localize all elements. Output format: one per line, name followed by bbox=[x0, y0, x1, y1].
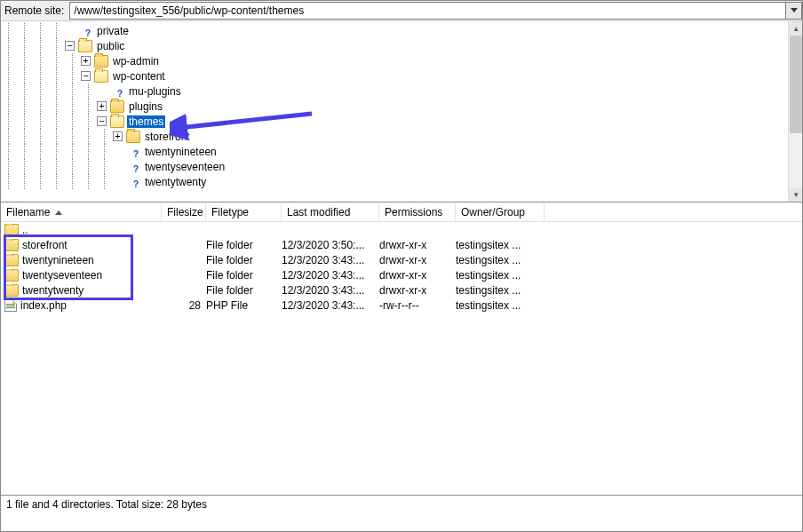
tree-item-label: plugins bbox=[127, 100, 164, 113]
file-owner-label: testingsitex ... bbox=[456, 239, 545, 251]
file-name-label: twentyseventeen bbox=[22, 269, 102, 282]
scroll-down-button[interactable]: ▾ bbox=[789, 187, 802, 202]
remote-site-bar: Remote site: bbox=[1, 1, 802, 21]
sort-ascending-icon bbox=[55, 210, 62, 215]
file-type-label: File folder bbox=[206, 239, 282, 251]
col-header-filesize[interactable]: Filesize bbox=[162, 203, 206, 221]
tree-item-label: themes bbox=[127, 115, 165, 128]
tree-item-wp-content[interactable]: wp-content bbox=[1, 68, 788, 83]
tree-scrollbar[interactable]: ▴ ▾ bbox=[788, 21, 802, 202]
remote-path-dropdown[interactable] bbox=[786, 2, 802, 20]
tree-item-twentyseventeen[interactable]: twentyseventeen bbox=[1, 159, 788, 174]
folder-icon bbox=[4, 269, 19, 282]
col-header-modified[interactable]: Last modified bbox=[282, 203, 379, 221]
file-type-label: PHP File bbox=[206, 299, 282, 312]
file-name-label: storefront bbox=[22, 239, 68, 251]
file-list-pane: Filename Filesize Filetype Last modified… bbox=[1, 202, 802, 513]
chevron-down-icon bbox=[791, 8, 798, 13]
file-perm-label: drwxr-xr-x bbox=[379, 239, 456, 251]
php-file-icon bbox=[4, 299, 17, 312]
list-header: Filename Filesize Filetype Last modified… bbox=[1, 202, 802, 222]
col-header-filetype[interactable]: Filetype bbox=[206, 203, 282, 221]
file-perm-label: drwxr-xr-x bbox=[379, 284, 456, 297]
file-mod-label: 12/3/2020 3:50:... bbox=[282, 239, 379, 251]
scroll-up-button[interactable]: ▴ bbox=[789, 21, 802, 36]
file-mod-label: 12/3/2020 3:43:... bbox=[282, 269, 379, 282]
scroll-thumb[interactable] bbox=[790, 36, 802, 133]
tree-item-twentynineteen[interactable]: twentynineteen bbox=[1, 144, 788, 159]
file-type-label: File folder bbox=[206, 254, 282, 266]
expand-toggle[interactable] bbox=[81, 56, 91, 66]
folder-unknown-icon bbox=[78, 25, 92, 37]
folder-unknown-icon bbox=[110, 85, 124, 98]
file-owner-label: testingsitex ... bbox=[456, 254, 545, 266]
folder-open-icon bbox=[78, 40, 92, 52]
list-item-twentyseventeen[interactable]: twentyseventeenFile folder12/3/2020 3:43… bbox=[1, 267, 802, 282]
folder-open-icon bbox=[110, 115, 124, 128]
file-owner-label: testingsitex ... bbox=[456, 299, 545, 312]
file-owner-label: testingsitex ... bbox=[456, 284, 545, 297]
file-name-label: twentytwenty bbox=[22, 284, 83, 297]
tree-item-storefront[interactable]: storefront bbox=[1, 129, 788, 144]
collapse-toggle[interactable] bbox=[97, 116, 107, 126]
tree-spacer bbox=[97, 86, 107, 96]
folder-unknown-icon bbox=[126, 146, 140, 158]
file-list[interactable]: ..storefrontFile folder12/3/2020 3:50:..… bbox=[1, 222, 802, 495]
list-item-index-php[interactable]: index.php28PHP File12/3/2020 3:43:...-rw… bbox=[1, 298, 802, 313]
expand-toggle[interactable] bbox=[97, 101, 107, 111]
collapse-toggle[interactable] bbox=[81, 71, 91, 81]
tree-item-label: twentytwenty bbox=[143, 176, 208, 188]
folder-icon bbox=[126, 131, 140, 143]
tree-item-wp-admin[interactable]: wp-admin bbox=[1, 53, 788, 68]
tree-item-twentytwenty[interactable]: twentytwenty bbox=[1, 174, 788, 189]
tree-item-label: wp-admin bbox=[111, 55, 161, 67]
folder-icon bbox=[4, 224, 19, 236]
tree-item-label: private bbox=[95, 25, 131, 37]
tree-spacer bbox=[113, 162, 123, 171]
tree-item-label: twentyseventeen bbox=[143, 161, 227, 173]
folder-unknown-icon bbox=[126, 176, 140, 188]
tree-item-label: wp-content bbox=[111, 70, 167, 83]
remote-tree-pane: privatepublicwp-adminwp-contentmu-plugin… bbox=[1, 21, 802, 202]
remote-site-label: Remote site: bbox=[1, 4, 69, 17]
file-size-label: 28 bbox=[162, 299, 206, 312]
col-header-permissions[interactable]: Permissions bbox=[379, 203, 456, 221]
remote-path-input[interactable] bbox=[69, 2, 786, 20]
tree-item-plugins[interactable]: plugins bbox=[1, 99, 788, 114]
tree-item-label: mu-plugins bbox=[127, 85, 183, 98]
list-item-twentynineteen[interactable]: twentynineteenFile folder12/3/2020 3:43:… bbox=[1, 252, 802, 267]
tree-item-private[interactable]: private bbox=[1, 23, 788, 38]
list-item-parent[interactable]: .. bbox=[1, 222, 802, 237]
expand-toggle[interactable] bbox=[113, 131, 123, 141]
file-mod-label: 12/3/2020 3:43:... bbox=[282, 254, 379, 266]
collapse-toggle[interactable] bbox=[65, 41, 75, 51]
file-owner-label: testingsitex ... bbox=[456, 269, 545, 282]
file-name-label: twentynineteen bbox=[22, 254, 94, 266]
file-type-label: File folder bbox=[206, 284, 282, 297]
tree-item-mu-plugins[interactable]: mu-plugins bbox=[1, 83, 788, 99]
tree-item-label: public bbox=[95, 40, 126, 52]
list-item-storefront[interactable]: storefrontFile folder12/3/2020 3:50:...d… bbox=[1, 237, 802, 252]
col-header-filename[interactable]: Filename bbox=[1, 203, 162, 221]
list-item-twentytwenty[interactable]: twentytwentyFile folder12/3/2020 3:43:..… bbox=[1, 282, 802, 298]
tree-item-public[interactable]: public bbox=[1, 38, 788, 53]
folder-icon bbox=[94, 55, 108, 67]
tree-spacer bbox=[113, 177, 123, 187]
folder-icon bbox=[4, 239, 19, 251]
col-header-owner[interactable]: Owner/Group bbox=[456, 203, 545, 221]
file-perm-label: drwxr-xr-x bbox=[379, 269, 456, 282]
folder-icon bbox=[4, 284, 19, 297]
tree-item-label: twentynineteen bbox=[143, 146, 219, 158]
tree-spacer bbox=[65, 26, 75, 36]
file-perm-label: -rw-r--r-- bbox=[379, 299, 456, 312]
folder-icon bbox=[110, 100, 124, 113]
status-bar: 1 file and 4 directories. Total size: 28… bbox=[1, 495, 802, 513]
file-perm-label: drwxr-xr-x bbox=[379, 254, 456, 266]
tree-spacer bbox=[113, 147, 123, 156]
folder-unknown-icon bbox=[126, 161, 140, 173]
remote-tree[interactable]: privatepublicwp-adminwp-contentmu-plugin… bbox=[1, 21, 788, 202]
file-mod-label: 12/3/2020 3:43:... bbox=[282, 299, 379, 312]
tree-item-themes[interactable]: themes bbox=[1, 114, 788, 129]
folder-open-icon bbox=[94, 70, 108, 83]
file-name-label: .. bbox=[22, 224, 28, 236]
